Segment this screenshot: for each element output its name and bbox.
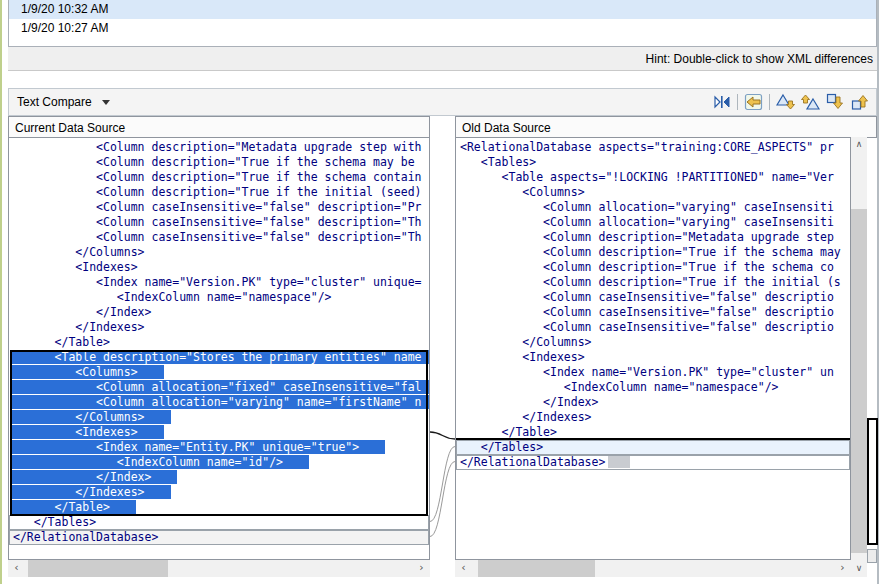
window-accent-border [0, 0, 2, 584]
diff-connector-gutter [430, 137, 455, 560]
scrollbar-thumb[interactable] [478, 560, 595, 577]
code-line[interactable]: </Table> [9, 335, 429, 350]
code-line[interactable]: <Column description="True if the schema … [456, 245, 850, 260]
code-line[interactable]: <Column description="True if the schema … [9, 155, 429, 170]
hint-bar: Hint: Double-click to show XML differenc… [8, 47, 877, 71]
code-line[interactable]: <Column description="Metadata upgrade st… [9, 140, 429, 155]
code-line[interactable]: </RelationalDatabase> [9, 530, 429, 545]
code-line[interactable]: </Index> [9, 470, 429, 485]
code-line[interactable]: <Indexes> [9, 260, 429, 275]
code-line[interactable]: </Indexes> [9, 320, 429, 335]
code-line[interactable]: <Index name="Version.PK" type="cluster" … [9, 275, 429, 290]
right-pane-title: Old Data Source [462, 121, 551, 135]
scroll-right-icon[interactable]: › [413, 560, 430, 577]
code-line[interactable]: <RelationalDatabase aspects="training:CO… [456, 140, 850, 155]
scrollbar-thumb[interactable] [28, 560, 168, 577]
code-line[interactable]: <Table description="Stores the primary e… [9, 350, 429, 365]
code-line[interactable]: <Table aspects="!LOCKING !PARTITIONED" n… [456, 170, 850, 185]
timestamp: 1/9/20 10:32 AM [21, 2, 108, 16]
timestamp: 1/9/20 10:27 AM [21, 21, 108, 35]
left-pane[interactable]: <Column description="Metadata upgrade st… [8, 137, 430, 560]
toolbar-icons [712, 93, 876, 111]
code-line[interactable]: </Index> [456, 395, 850, 410]
trailing-whitespace-block [608, 456, 630, 468]
code-line[interactable]: <Column description="True if the schema … [9, 170, 429, 185]
code-line[interactable]: <Column caseInsensitive="false" descript… [456, 305, 850, 320]
code-line[interactable]: <Indexes> [9, 425, 429, 440]
scrollbar-thumb[interactable] [851, 209, 867, 553]
code-line[interactable]: </Columns> [9, 410, 429, 425]
code-line[interactable]: </Columns> [9, 245, 429, 260]
left-pane-title: Current Data Source [15, 121, 125, 135]
history-row-selected[interactable]: 1/9/20 10:32 AM [9, 0, 876, 19]
toolbar-separator [769, 94, 770, 110]
code-line[interactable]: <Column caseInsensitive="false" descript… [456, 290, 850, 305]
code-line[interactable]: <Column caseInsensitive="false" descript… [9, 200, 429, 215]
overview-diff-marker[interactable] [867, 549, 877, 563]
code-line[interactable]: <Column description="True if the initial… [9, 185, 429, 200]
code-line[interactable]: </Columns> [456, 335, 850, 350]
code-line[interactable]: <Column description="Metadata upgrade st… [456, 230, 850, 245]
code-line[interactable]: <Column allocation="fixed" caseInsensiti… [9, 380, 429, 395]
copy-current-change-left-icon[interactable] [744, 93, 763, 111]
code-line[interactable]: <Indexes> [456, 350, 850, 365]
previous-change-icon[interactable] [851, 93, 870, 111]
right-pane-header: Old Data Source [455, 116, 877, 138]
code-line[interactable]: </Tables> [456, 440, 850, 455]
code-line[interactable]: <Column caseInsensitive="false" descript… [9, 215, 429, 230]
mirror-icon[interactable] [712, 93, 731, 111]
next-change-icon[interactable] [826, 93, 845, 111]
previous-difference-icon[interactable] [801, 93, 820, 111]
right-horizontal-scrollbar[interactable]: ‹ › [455, 560, 851, 577]
code-line[interactable]: </Tables> [9, 515, 429, 530]
code-line[interactable]: </Table> [9, 500, 429, 515]
hint-text: Hint: Double-click to show XML differenc… [646, 52, 873, 66]
code-line[interactable]: <Tables> [456, 155, 850, 170]
code-line[interactable]: <IndexColumn name="id"/> [9, 455, 429, 470]
code-line[interactable]: <Columns> [9, 365, 429, 380]
code-line[interactable]: </RelationalDatabase> [456, 455, 850, 470]
code-line[interactable]: <IndexColumn name="namespace"/> [456, 380, 850, 395]
overview-current-diff-marker[interactable] [867, 418, 878, 545]
code-line[interactable]: <Column description="True if the initial… [456, 275, 850, 290]
code-line[interactable]: </Indexes> [9, 485, 429, 500]
left-pane-content: <Column description="Metadata upgrade st… [9, 138, 429, 559]
code-line[interactable]: <Column description="True if the schema … [456, 260, 850, 275]
chevron-down-icon[interactable] [102, 100, 110, 105]
vertical-scrollbar[interactable]: ∧ ∨ [851, 137, 867, 577]
code-line[interactable]: <Columns> [456, 185, 850, 200]
code-line[interactable]: </Index> [9, 305, 429, 320]
code-line[interactable]: <Index name="Version.PK" type="cluster" … [456, 365, 850, 380]
left-horizontal-scrollbar[interactable]: ‹ › [8, 560, 430, 577]
left-pane-header: Current Data Source [8, 116, 430, 138]
scroll-left-icon[interactable]: ‹ [455, 560, 472, 577]
right-pane[interactable]: <RelationalDatabase aspects="training:CO… [455, 137, 851, 560]
code-line[interactable]: <Column caseInsensitive="false" descript… [456, 320, 850, 335]
next-difference-icon[interactable] [776, 93, 795, 111]
code-line[interactable]: <IndexColumn name="namespace"/> [9, 290, 429, 305]
code-line[interactable]: <Column caseInsensitive="false" descript… [9, 230, 429, 245]
scroll-down-icon[interactable]: ∨ [851, 561, 867, 577]
code-line[interactable]: <Column allocation="varying" name="first… [9, 395, 429, 410]
code-line[interactable]: </Indexes> [456, 410, 850, 425]
diff-connector-curves [430, 137, 455, 560]
code-line[interactable]: </Table> [456, 425, 850, 440]
scroll-left-icon[interactable]: ‹ [8, 560, 25, 577]
toolbar-separator [737, 94, 738, 110]
compare-title[interactable]: Text Compare [17, 95, 92, 109]
scroll-up-icon[interactable]: ∧ [851, 137, 867, 153]
scroll-right-icon[interactable]: › [834, 560, 851, 577]
history-row[interactable]: 1/9/20 10:27 AM [9, 19, 876, 38]
compare-toolbar: Text Compare [8, 88, 877, 116]
history-list: 1/9/20 10:32 AM 1/9/20 10:27 AM [8, 0, 877, 47]
code-line[interactable]: <Column allocation="varying" caseInsensi… [456, 200, 850, 215]
code-line[interactable]: <Column allocation="varying" caseInsensi… [456, 215, 850, 230]
code-line[interactable]: <Index name="Entity.PK" unique="true"> [9, 440, 429, 455]
right-pane-content: <RelationalDatabase aspects="training:CO… [456, 138, 850, 559]
